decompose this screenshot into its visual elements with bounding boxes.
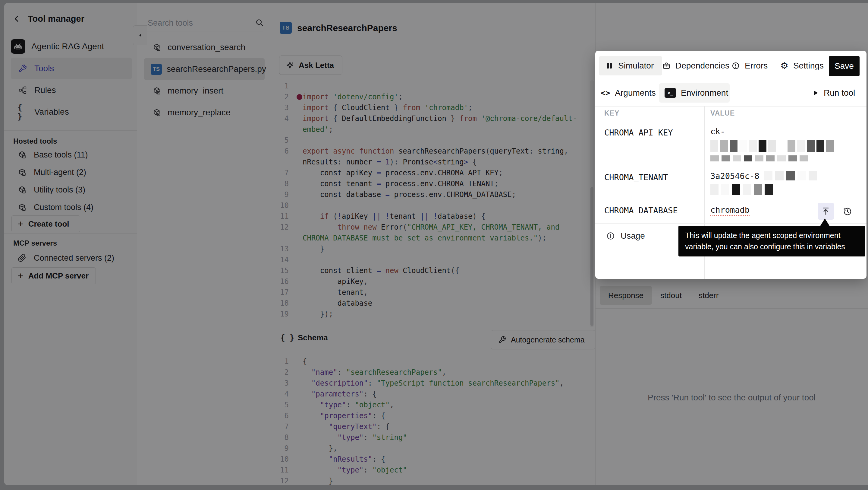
env-key: CHROMA_TENANT (604, 173, 668, 182)
redacted-value (710, 155, 811, 162)
info-icon (606, 231, 615, 240)
usage-label: Usage (621, 231, 645, 241)
tooltip-text: This will update the agent scoped enviro… (685, 230, 859, 241)
upload-icon (821, 207, 830, 216)
code-brackets-icon: <> (601, 88, 610, 97)
save-label: Save (835, 61, 854, 71)
tab-settings-label: Settings (793, 61, 824, 70)
divider (595, 199, 867, 199)
tab-arguments-label: Arguments (615, 88, 655, 98)
play-icon (813, 90, 819, 96)
columns-icon (606, 62, 613, 70)
tab-dependencies[interactable]: Dependencies (659, 56, 730, 76)
alert-circle-icon (732, 62, 740, 70)
env-value[interactable]: 3a20546c-8 (710, 171, 760, 181)
tab-simulator[interactable]: Simulator (599, 56, 662, 76)
divider (595, 81, 867, 81)
history-icon[interactable] (841, 205, 854, 218)
usage-row[interactable]: Usage (606, 231, 645, 241)
env-key: CHROMA_API_KEY (604, 128, 673, 137)
tooltip-text: variable, you can also configure this in… (685, 241, 859, 252)
terminal-icon: >_ (664, 88, 676, 98)
redacted-value (710, 140, 836, 152)
env-key: CHROMA_DATABASE (604, 206, 678, 215)
gear-icon: ⚙ (780, 61, 788, 70)
save-button[interactable]: Save (829, 56, 860, 76)
tooltip: This will update the agent scoped enviro… (678, 226, 865, 256)
briefcase-icon (662, 62, 671, 70)
key-column-header: KEY (604, 109, 619, 117)
run-tool-button[interactable]: Run tool (813, 83, 855, 103)
tab-simulator-label: Simulator (618, 61, 654, 70)
redacted-value (764, 171, 820, 180)
divider (595, 106, 867, 107)
tab-errors-label: Errors (745, 61, 768, 70)
tab-dependencies-label: Dependencies (675, 61, 730, 70)
tab-settings[interactable]: ⚙ Settings (777, 56, 824, 76)
tab-arguments[interactable]: <> Arguments (601, 83, 656, 103)
env-value-input[interactable]: chromadb (710, 205, 749, 214)
tab-environment-label: Environment (681, 88, 728, 98)
redacted-value (710, 184, 775, 195)
divider (595, 121, 867, 121)
tab-errors[interactable]: Errors (728, 56, 768, 76)
env-value[interactable]: ck- (710, 127, 725, 136)
run-tool-label: Run tool (824, 88, 855, 98)
value-column-header: VALUE (710, 109, 735, 117)
upload-env-button[interactable] (818, 203, 834, 220)
tooltip-caret (820, 219, 830, 226)
tab-environment[interactable]: >_ Environment (659, 83, 730, 103)
